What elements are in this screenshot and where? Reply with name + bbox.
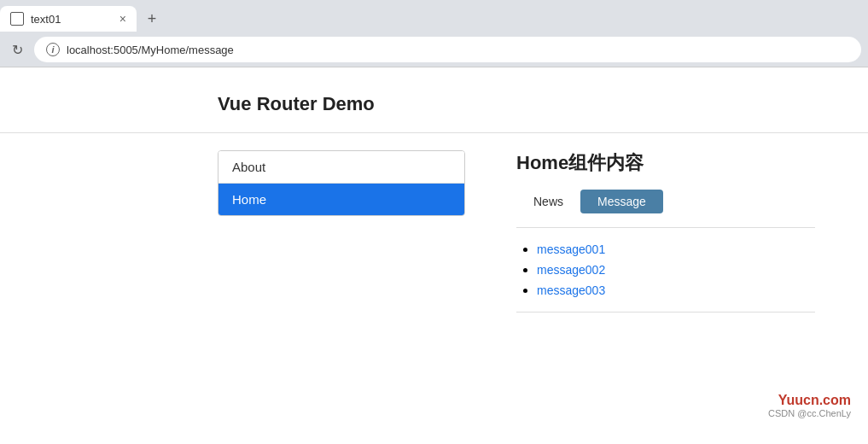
component-title: Home组件内容 [516,150,868,176]
content-divider-bottom [516,312,815,313]
tab-bar: text01 × + [0,0,868,32]
refresh-button[interactable]: ↻ [7,39,27,60]
watermark: Yuucn.com CSDN @cc.ChenLy [768,393,851,418]
tab-close-button[interactable]: × [119,13,126,25]
page-content: Vue Router Demo About Home Home组件内容 News… [0,67,868,426]
title-divider [0,132,868,133]
tab-news[interactable]: News [516,190,580,213]
main-layout: About Home Home组件内容 News Message message… [218,150,868,326]
new-tab-button[interactable]: + [140,7,164,31]
tab-page-icon [10,12,24,26]
nav-menu: About Home [218,150,465,216]
browser-tab[interactable]: text01 × [0,6,137,32]
message-link-002[interactable]: message002 [537,263,605,277]
tab-message[interactable]: Message [580,190,663,213]
info-icon: i [46,43,60,56]
message-link-001[interactable]: message001 [537,242,605,256]
url-text: localhost:5005/MyHome/message [67,44,234,56]
watermark-brand: Yuucn.com [768,393,851,408]
list-item: message003 [537,283,868,298]
app-title: Vue Router Demo [218,93,868,115]
right-content: Home组件内容 News Message message001 message… [516,150,868,326]
address-bar: ↻ i localhost:5005/MyHome/message [0,32,868,67]
message-list: message001 message002 message003 [516,242,868,298]
url-bar[interactable]: i localhost:5005/MyHome/message [34,37,861,62]
content-divider-top [516,227,815,228]
tab-title: text01 [31,13,61,26]
list-item: message002 [537,262,868,278]
nav-item-home[interactable]: Home [218,184,464,215]
list-item: message001 [537,242,868,257]
browser-chrome: text01 × + ↻ i localhost:5005/MyHome/mes… [0,0,868,67]
nav-item-about[interactable]: About [218,151,464,184]
watermark-sub: CSDN @cc.ChenLy [768,408,851,418]
tabs-row: News Message [516,190,868,213]
message-link-003[interactable]: message003 [537,283,605,297]
